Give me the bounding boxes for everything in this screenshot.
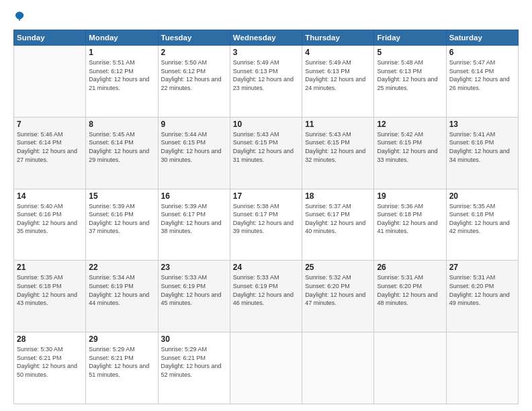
day-info: Sunrise: 5:50 AM Sunset: 6:12 PM Dayligh… bbox=[161, 58, 227, 92]
day-number: 8 bbox=[89, 120, 154, 129]
calendar-cell: 14Sunrise: 5:40 AM Sunset: 6:16 PM Dayli… bbox=[14, 189, 86, 261]
calendar-cell: 12Sunrise: 5:42 AM Sunset: 6:15 PM Dayli… bbox=[374, 117, 446, 189]
day-info: Sunrise: 5:46 AM Sunset: 6:14 PM Dayligh… bbox=[17, 130, 83, 164]
calendar-cell: 19Sunrise: 5:36 AM Sunset: 6:18 PM Dayli… bbox=[374, 189, 446, 261]
day-info: Sunrise: 5:43 AM Sunset: 6:15 PM Dayligh… bbox=[233, 130, 299, 164]
day-info: Sunrise: 5:49 AM Sunset: 6:13 PM Dayligh… bbox=[233, 58, 299, 92]
calendar-week-row: 21Sunrise: 5:35 AM Sunset: 6:18 PM Dayli… bbox=[14, 261, 519, 332]
calendar-cell: 29Sunrise: 5:29 AM Sunset: 6:21 PM Dayli… bbox=[86, 332, 158, 404]
day-info: Sunrise: 5:35 AM Sunset: 6:18 PM Dayligh… bbox=[449, 202, 515, 236]
day-info: Sunrise: 5:45 AM Sunset: 6:14 PM Dayligh… bbox=[89, 130, 154, 164]
day-info: Sunrise: 5:49 AM Sunset: 6:13 PM Dayligh… bbox=[305, 58, 371, 92]
day-number: 22 bbox=[89, 263, 154, 272]
calendar-cell bbox=[374, 332, 446, 404]
calendar-cell bbox=[230, 332, 302, 404]
calendar-cell: 13Sunrise: 5:41 AM Sunset: 6:16 PM Dayli… bbox=[446, 117, 518, 189]
day-info: Sunrise: 5:31 AM Sunset: 6:20 PM Dayligh… bbox=[377, 273, 443, 307]
calendar-cell bbox=[14, 46, 86, 118]
col-header-thursday: Thursday bbox=[302, 30, 374, 46]
day-number: 15 bbox=[89, 191, 154, 201]
day-info: Sunrise: 5:51 AM Sunset: 6:12 PM Dayligh… bbox=[89, 58, 154, 92]
day-number: 7 bbox=[17, 120, 83, 129]
day-info: Sunrise: 5:41 AM Sunset: 6:16 PM Dayligh… bbox=[449, 130, 515, 164]
calendar-cell bbox=[302, 332, 374, 404]
day-info: Sunrise: 5:37 AM Sunset: 6:17 PM Dayligh… bbox=[305, 202, 371, 236]
day-info: Sunrise: 5:33 AM Sunset: 6:19 PM Dayligh… bbox=[161, 273, 227, 307]
calendar-table: SundayMondayTuesdayWednesdayThursdayFrid… bbox=[13, 30, 519, 404]
day-info: Sunrise: 5:44 AM Sunset: 6:15 PM Dayligh… bbox=[161, 130, 227, 164]
col-header-wednesday: Wednesday bbox=[230, 30, 302, 46]
day-info: Sunrise: 5:42 AM Sunset: 6:15 PM Dayligh… bbox=[377, 130, 443, 164]
day-info: Sunrise: 5:43 AM Sunset: 6:15 PM Dayligh… bbox=[305, 130, 371, 164]
calendar-cell: 7Sunrise: 5:46 AM Sunset: 6:14 PM Daylig… bbox=[14, 117, 86, 189]
calendar-cell: 28Sunrise: 5:30 AM Sunset: 6:21 PM Dayli… bbox=[14, 332, 86, 404]
day-number: 1 bbox=[89, 48, 154, 57]
day-number: 3 bbox=[233, 48, 299, 57]
day-number: 4 bbox=[305, 48, 371, 57]
day-number: 23 bbox=[161, 263, 227, 272]
calendar-cell: 2Sunrise: 5:50 AM Sunset: 6:12 PM Daylig… bbox=[158, 46, 230, 118]
day-number: 25 bbox=[305, 263, 371, 272]
day-number: 17 bbox=[233, 191, 299, 201]
day-number: 27 bbox=[449, 263, 515, 272]
day-number: 11 bbox=[305, 120, 371, 129]
day-info: Sunrise: 5:29 AM Sunset: 6:21 PM Dayligh… bbox=[161, 345, 227, 379]
day-info: Sunrise: 5:33 AM Sunset: 6:19 PM Dayligh… bbox=[233, 273, 299, 307]
day-info: Sunrise: 5:36 AM Sunset: 6:18 PM Dayligh… bbox=[377, 202, 443, 236]
calendar-week-row: 1Sunrise: 5:51 AM Sunset: 6:12 PM Daylig… bbox=[14, 46, 519, 118]
calendar-cell: 25Sunrise: 5:32 AM Sunset: 6:20 PM Dayli… bbox=[302, 261, 374, 332]
day-info: Sunrise: 5:34 AM Sunset: 6:19 PM Dayligh… bbox=[89, 273, 154, 307]
day-info: Sunrise: 5:39 AM Sunset: 6:17 PM Dayligh… bbox=[161, 202, 227, 236]
day-number: 30 bbox=[161, 334, 227, 344]
logo-icon bbox=[13, 11, 26, 23]
calendar-cell: 18Sunrise: 5:37 AM Sunset: 6:17 PM Dayli… bbox=[302, 189, 374, 261]
calendar-cell: 16Sunrise: 5:39 AM Sunset: 6:17 PM Dayli… bbox=[158, 189, 230, 261]
day-number: 19 bbox=[377, 191, 443, 201]
calendar-cell: 26Sunrise: 5:31 AM Sunset: 6:20 PM Dayli… bbox=[374, 261, 446, 332]
day-info: Sunrise: 5:38 AM Sunset: 6:17 PM Dayligh… bbox=[233, 202, 299, 236]
col-header-saturday: Saturday bbox=[446, 30, 518, 46]
calendar-cell: 20Sunrise: 5:35 AM Sunset: 6:18 PM Dayli… bbox=[446, 189, 518, 261]
page: SundayMondayTuesdayWednesdayThursdayFrid… bbox=[0, 0, 532, 411]
calendar-cell: 11Sunrise: 5:43 AM Sunset: 6:15 PM Dayli… bbox=[302, 117, 374, 189]
calendar-cell: 23Sunrise: 5:33 AM Sunset: 6:19 PM Dayli… bbox=[158, 261, 230, 332]
calendar-cell: 24Sunrise: 5:33 AM Sunset: 6:19 PM Dayli… bbox=[230, 261, 302, 332]
day-number: 12 bbox=[377, 120, 443, 129]
day-info: Sunrise: 5:47 AM Sunset: 6:14 PM Dayligh… bbox=[449, 58, 515, 92]
calendar-cell: 30Sunrise: 5:29 AM Sunset: 6:21 PM Dayli… bbox=[158, 332, 230, 404]
day-number: 9 bbox=[161, 120, 227, 129]
day-info: Sunrise: 5:29 AM Sunset: 6:21 PM Dayligh… bbox=[89, 345, 154, 379]
day-number: 14 bbox=[17, 191, 83, 201]
day-number: 13 bbox=[449, 120, 515, 129]
day-info: Sunrise: 5:30 AM Sunset: 6:21 PM Dayligh… bbox=[17, 345, 83, 379]
calendar-cell bbox=[446, 332, 518, 404]
day-number: 18 bbox=[305, 191, 371, 201]
calendar-week-row: 14Sunrise: 5:40 AM Sunset: 6:16 PM Dayli… bbox=[14, 189, 519, 261]
logo bbox=[13, 11, 31, 23]
calendar-cell: 22Sunrise: 5:34 AM Sunset: 6:19 PM Dayli… bbox=[86, 261, 158, 332]
calendar-cell: 10Sunrise: 5:43 AM Sunset: 6:15 PM Dayli… bbox=[230, 117, 302, 189]
day-info: Sunrise: 5:31 AM Sunset: 6:20 PM Dayligh… bbox=[449, 273, 515, 307]
col-header-friday: Friday bbox=[374, 30, 446, 46]
day-number: 24 bbox=[233, 263, 299, 272]
calendar-week-row: 28Sunrise: 5:30 AM Sunset: 6:21 PM Dayli… bbox=[14, 332, 519, 404]
day-info: Sunrise: 5:40 AM Sunset: 6:16 PM Dayligh… bbox=[17, 202, 83, 236]
col-header-sunday: Sunday bbox=[14, 30, 86, 46]
calendar-header-row: SundayMondayTuesdayWednesdayThursdayFrid… bbox=[14, 30, 519, 46]
calendar-cell: 6Sunrise: 5:47 AM Sunset: 6:14 PM Daylig… bbox=[446, 46, 518, 118]
day-number: 20 bbox=[449, 191, 515, 201]
calendar-cell: 27Sunrise: 5:31 AM Sunset: 6:20 PM Dayli… bbox=[446, 261, 518, 332]
day-info: Sunrise: 5:39 AM Sunset: 6:16 PM Dayligh… bbox=[89, 202, 154, 236]
day-number: 10 bbox=[233, 120, 299, 129]
day-number: 16 bbox=[161, 191, 227, 201]
day-number: 21 bbox=[17, 263, 83, 272]
day-info: Sunrise: 5:35 AM Sunset: 6:18 PM Dayligh… bbox=[17, 273, 83, 307]
col-header-tuesday: Tuesday bbox=[158, 30, 230, 46]
day-number: 2 bbox=[161, 48, 227, 57]
calendar-cell: 1Sunrise: 5:51 AM Sunset: 6:12 PM Daylig… bbox=[86, 46, 158, 118]
col-header-monday: Monday bbox=[86, 30, 158, 46]
calendar-cell: 9Sunrise: 5:44 AM Sunset: 6:15 PM Daylig… bbox=[158, 117, 230, 189]
calendar-cell: 4Sunrise: 5:49 AM Sunset: 6:13 PM Daylig… bbox=[302, 46, 374, 118]
calendar-cell: 8Sunrise: 5:45 AM Sunset: 6:14 PM Daylig… bbox=[86, 117, 158, 189]
header bbox=[13, 11, 519, 23]
